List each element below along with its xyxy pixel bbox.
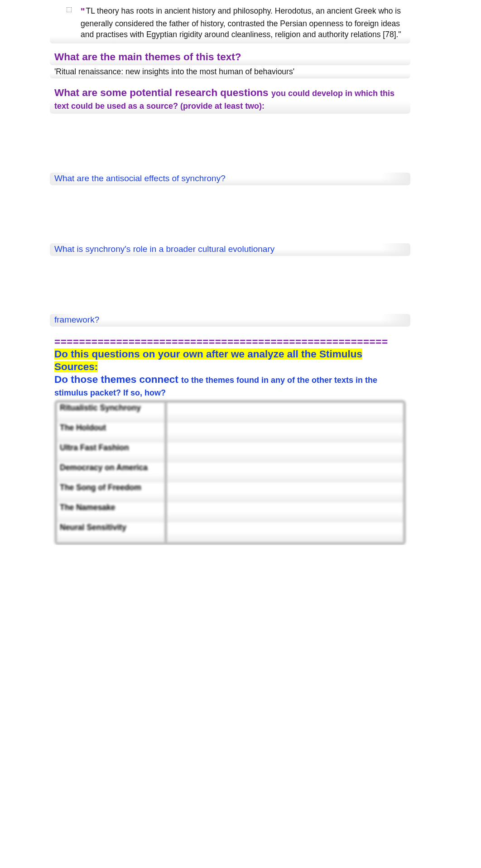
document-page: ⬚ "TL theory has roots in ancient histor… xyxy=(50,0,410,545)
table-row: The Namesake xyxy=(57,502,403,522)
table-cell-value xyxy=(166,482,403,502)
table-row: Neural Sensitivity xyxy=(57,522,403,542)
question-1-answer: 'Ritual renaissance: new insights into t… xyxy=(50,66,410,78)
table-cell-value xyxy=(166,443,403,463)
table-cell-label: The Namesake xyxy=(57,502,166,522)
question-1-heading: What are the main themes of this text? xyxy=(54,51,406,63)
table-cell-label: Democracy on America xyxy=(57,463,166,482)
research-question-1: What are the antisocial effects of synch… xyxy=(50,173,410,185)
instr-line2-a: Do those themes connect xyxy=(54,374,181,385)
table-cell-value xyxy=(166,522,403,542)
question-2-heading-wrap: What are some potential research questio… xyxy=(50,86,410,114)
instructions-line2: Do those themes connect to the themes fo… xyxy=(54,374,377,398)
themes-table-wrap: Ritualistic Synchrony The Holdout Ultra … xyxy=(54,400,406,545)
divider-equals: ========================================… xyxy=(54,337,406,348)
spacer xyxy=(50,115,410,173)
research-question-2a: What is synchrony's role in a broader cu… xyxy=(50,243,410,256)
research-question-2b: framework? xyxy=(50,314,410,327)
spacer xyxy=(50,256,410,314)
quote-text: "TL theory has roots in ancient history … xyxy=(81,5,401,40)
question-1-heading-wrap: What are the main themes of this text? xyxy=(50,50,410,65)
instructions-line1: Do this questions on your own after we a… xyxy=(54,348,362,372)
quote-bullet-icon: ⬚ xyxy=(66,5,72,13)
table-cell-label: The Song of Freedom xyxy=(57,482,166,502)
open-quote-mark: " xyxy=(81,6,85,16)
quote-body: TL theory has roots in ancient history a… xyxy=(81,6,401,39)
table-row: The Holdout xyxy=(57,423,403,443)
table-cell-value xyxy=(166,463,403,482)
table-row: Ritualistic Synchrony xyxy=(57,403,403,423)
table-cell-label: Neural Sensitivity xyxy=(57,522,166,542)
table-cell-value xyxy=(166,502,403,522)
table-cell-label: The Holdout xyxy=(57,423,166,443)
table-cell-label: Ritualistic Synchrony xyxy=(57,403,166,423)
q2-heading-part-a: What are some potential research questio… xyxy=(54,87,271,98)
question-2-heading: What are some potential research questio… xyxy=(54,87,406,112)
table-cell-value xyxy=(166,403,403,423)
divider-block: ========================================… xyxy=(50,337,410,348)
table-cell-value xyxy=(166,423,403,443)
instructions-block: Do this questions on your own after we a… xyxy=(50,348,410,399)
table-cell-label: Ultra Fast Fashion xyxy=(57,443,166,463)
themes-table: Ritualistic Synchrony The Holdout Ultra … xyxy=(57,403,403,542)
table-row: Democracy on America xyxy=(57,463,403,482)
spacer xyxy=(50,185,410,243)
quote-block: ⬚ "TL theory has roots in ancient histor… xyxy=(50,2,410,43)
table-row: The Song of Freedom xyxy=(57,482,403,502)
table-row: Ultra Fast Fashion xyxy=(57,443,403,463)
